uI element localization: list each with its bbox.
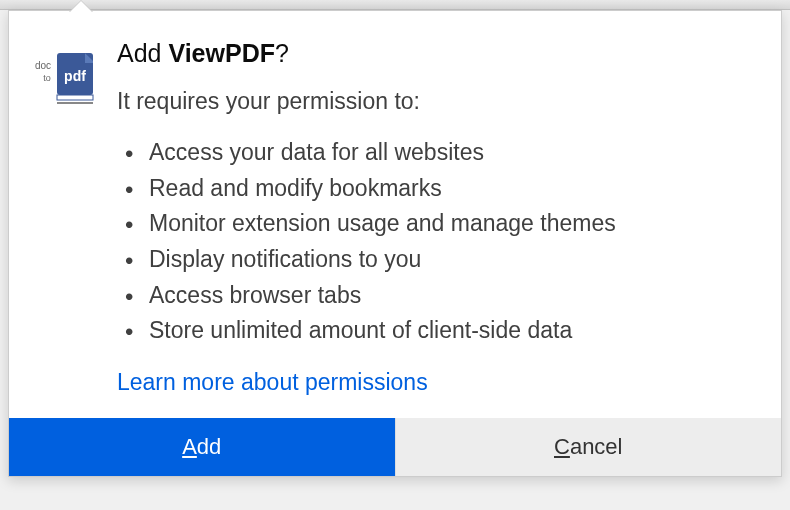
dialog-title: Add ViewPDF?	[117, 39, 757, 68]
add-label-rest: dd	[197, 434, 221, 459]
extension-name: ViewPDF	[168, 39, 275, 67]
permission-item: Access your data for all websites	[123, 135, 757, 171]
icon-column: pdf doc to	[33, 39, 105, 396]
add-accesskey: A	[182, 434, 197, 459]
add-button[interactable]: Add	[9, 418, 395, 476]
text-column: Add ViewPDF? It requires your permission…	[105, 39, 757, 396]
cancel-label-rest: ancel	[570, 434, 623, 459]
cancel-accesskey: C	[554, 434, 570, 459]
permission-list: Access your data for all websites Read a…	[117, 135, 757, 349]
permission-item: Monitor extension usage and manage theme…	[123, 206, 757, 242]
title-suffix: ?	[275, 39, 289, 67]
permission-item: Store unlimited amount of client-side da…	[123, 313, 757, 349]
permission-item: Read and modify bookmarks	[123, 171, 757, 207]
svg-text:doc: doc	[35, 60, 51, 71]
permission-item: Display notifications to you	[123, 242, 757, 278]
cancel-button[interactable]: Cancel	[395, 418, 782, 476]
svg-text:pdf: pdf	[64, 68, 86, 84]
extension-install-dialog: pdf doc to Add ViewPDF? It requires your…	[8, 10, 782, 477]
dialog-arrow	[69, 1, 93, 13]
learn-more-link[interactable]: Learn more about permissions	[117, 369, 428, 396]
browser-tab-bar	[0, 0, 790, 10]
svg-text:to: to	[43, 73, 51, 83]
button-row: Add Cancel	[9, 418, 781, 476]
svg-rect-4	[57, 95, 93, 100]
title-prefix: Add	[117, 39, 168, 67]
extension-icon: pdf doc to	[33, 45, 95, 107]
permission-item: Access browser tabs	[123, 278, 757, 314]
permission-subtitle: It requires your permission to:	[117, 88, 757, 115]
dialog-content: pdf doc to Add ViewPDF? It requires your…	[9, 11, 781, 418]
